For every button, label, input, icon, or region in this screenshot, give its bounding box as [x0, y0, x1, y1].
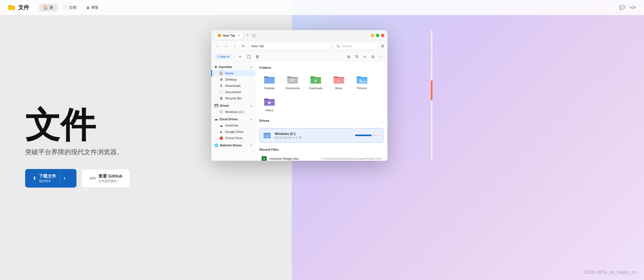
recent-files-title: Recent Files: [259, 148, 383, 151]
new-btn-icon: +: [217, 55, 219, 59]
close-btn[interactable]: [381, 34, 384, 37]
folder-downloads-label: Downloads: [309, 87, 323, 90]
forward-btn[interactable]: →: [223, 43, 229, 49]
network-header[interactable]: 🌐 Network Drives ▼: [211, 142, 255, 148]
window-scrollbar[interactable]: [431, 30, 433, 161]
nav-tab-blog[interactable]: 🖥 博客: [82, 4, 103, 12]
drives-header[interactable]: 💾 Drives ▲: [211, 102, 255, 109]
top-bar-right: 💬 </>: [619, 4, 636, 11]
sidebar-item-icloud[interactable]: 🍎 iCloud Drive: [211, 135, 255, 141]
copy-btn[interactable]: 📋: [246, 53, 253, 60]
sidebar-item-documents[interactable]: 📄 Documents: [211, 89, 255, 95]
title-bar: New Tab ✕ + ⬜: [211, 30, 387, 41]
folder-videos[interactable]: Videos: [259, 95, 279, 114]
folders-section-title: Folders: [259, 66, 383, 70]
nav-tab-home[interactable]: 🏠 家: [39, 4, 57, 12]
tab-options-btn[interactable]: ⬜: [252, 33, 256, 37]
network-label: Network Drives: [220, 144, 242, 147]
sidebar-item-googledrive[interactable]: ▲ Google Drive: [211, 129, 255, 135]
search-box[interactable]: 🔍 Search: [334, 42, 379, 50]
drive-progress-bar: [355, 135, 380, 136]
sidebar-item-windows-c[interactable]: 💿 Windows (C:): [211, 109, 255, 115]
watermark: CSDN @To_be_happy_cn: [583, 270, 636, 275]
hero-title: 文件: [25, 107, 201, 143]
sidebar-item-downloads[interactable]: ⬇ Downloads: [211, 83, 255, 89]
svg-text:X: X: [263, 158, 265, 160]
sidebar-item-recycle[interactable]: 🗑 Recycle Bin: [211, 95, 255, 101]
drive-progress-fill: [355, 135, 372, 136]
drives-section-header: Drives ⋯: [259, 119, 383, 126]
new-btn-label: New: [220, 55, 226, 59]
downloads-icon: ⬇: [219, 84, 223, 88]
folder-pictures[interactable]: Pictures: [352, 73, 372, 92]
settings-icon[interactable]: ⚙: [381, 44, 384, 48]
app-logo-icon: [8, 4, 16, 12]
scrollbar-thumb[interactable]: [431, 80, 432, 100]
layout-btn[interactable]: ⊟: [369, 53, 376, 60]
sidebar-item-desktop[interactable]: 🖥 Desktop: [211, 76, 255, 83]
maximize-btn[interactable]: [376, 34, 379, 37]
download-icon: ⬇: [33, 176, 36, 181]
code-icon[interactable]: </>: [629, 4, 636, 11]
back-btn[interactable]: ←: [214, 43, 221, 49]
download-btn-sub: 微软商店: [39, 179, 51, 183]
up-btn[interactable]: ↑: [231, 43, 238, 49]
sidebar-recycle-label: Recycle Bin: [225, 97, 242, 100]
svg-rect-6: [266, 136, 269, 136]
sidebar-section-drives: 💾 Drives ▲ 💿 Windows (C:): [211, 102, 255, 115]
folder-desktop[interactable]: Desktop: [259, 73, 279, 92]
address-input[interactable]: New Tab: [249, 42, 332, 50]
minimize-btn[interactable]: [371, 34, 374, 37]
sidebar-item-onedrive[interactable]: ☁ OneDrive: [211, 122, 255, 129]
top-bar: 文件 🏠 家 📄 文档 🖥 博客 💬 </>: [0, 0, 644, 15]
cloud-drives-icon: ☁: [214, 117, 218, 121]
cut-btn[interactable]: ✂: [237, 53, 244, 60]
explorer-window: New Tab ✕ + ⬜ ← → ↑ ↻ New Tab 🔍 Search ⚙…: [211, 30, 387, 161]
folder-desktop-icon: [263, 75, 275, 85]
sidebar-item-home[interactable]: 🏠 Home: [211, 70, 255, 76]
sidebar-documents-label: Documents: [225, 90, 241, 94]
nav-tab-docs[interactable]: 📄 文档: [59, 4, 80, 12]
download-button[interactable]: ⬇ 下载文件 微软商店 ▾: [25, 169, 76, 188]
explorer-body: ★ Favorites ▲ 🏠 Home 🖥 Desktop ⬇ Downloa…: [211, 62, 387, 161]
sidebar-home-label: Home: [225, 72, 233, 75]
app-logo: 文件: [8, 4, 29, 12]
github-button[interactable]: </> 查看 GitHub 文件是开源的！: [82, 169, 130, 188]
delete-btn[interactable]: 🗑: [254, 53, 261, 60]
view-toggle-btn[interactable]: ⊞: [345, 53, 352, 60]
recent-file-1[interactable]: X Inclusive Design.xlsx C:\Users\Sara\On…: [259, 154, 383, 161]
sidebar-section-network: 🌐 Network Drives ▼: [211, 142, 255, 148]
folder-music[interactable]: ♪ Music: [329, 73, 349, 92]
group-btn[interactable]: ≡: [361, 53, 368, 60]
drives-more-btn[interactable]: ⋯: [380, 121, 383, 124]
new-button[interactable]: + New ▾: [214, 54, 232, 60]
tab-label: New Tab: [223, 34, 235, 37]
chat-icon[interactable]: 💬: [619, 4, 626, 11]
refresh-btn[interactable]: ↻: [240, 43, 247, 49]
drive-item-c[interactable]: Windows (C:) 342.8 GB free of 1 TB: [259, 128, 383, 143]
svg-text:♪: ♪: [338, 79, 340, 83]
folder-documents[interactable]: Documents: [283, 73, 303, 92]
cloud-header[interactable]: ☁ Cloud Drives ▲: [211, 116, 255, 122]
docs-tab-label: 文档: [69, 5, 76, 10]
folder-desktop-label: Desktop: [264, 87, 274, 90]
folder-downloads[interactable]: Downloads: [306, 73, 326, 92]
sidebar-section-favorites: ★ Favorites ▲ 🏠 Home 🖥 Desktop ⬇ Downloa…: [211, 64, 255, 101]
folder-videos-icon: [263, 97, 275, 107]
dropdown-arrow[interactable]: ▾: [60, 173, 69, 184]
toolbar-right: ⊞ ⇅ ≡ ⊟ ⋯: [345, 53, 384, 60]
drives-section: Drives ⋯ Windows (C:) 342.8 GB free of 1…: [259, 119, 383, 143]
tab-folder-icon: [218, 34, 221, 37]
new-btn-arrow: ▾: [227, 55, 229, 59]
explorer-tab[interactable]: New Tab ✕: [214, 32, 243, 38]
new-tab-btn[interactable]: +: [246, 33, 249, 38]
address-text: New Tab: [251, 44, 264, 48]
more-btn[interactable]: ⋯: [377, 53, 384, 60]
address-bar: ← → ↑ ↻ New Tab 🔍 Search ⚙: [211, 41, 387, 52]
search-placeholder: Search: [342, 44, 352, 48]
favorites-header[interactable]: ★ Favorites ▲: [211, 64, 255, 70]
sidebar-gdrive-label: Google Drive: [225, 130, 244, 134]
tab-close-btn[interactable]: ✕: [238, 34, 240, 37]
toolbar: + New ▾ ✂ 📋 🗑 ⊞ ⇅ ≡ ⊟ ⋯: [211, 52, 387, 62]
sort-btn[interactable]: ⇅: [353, 53, 360, 60]
